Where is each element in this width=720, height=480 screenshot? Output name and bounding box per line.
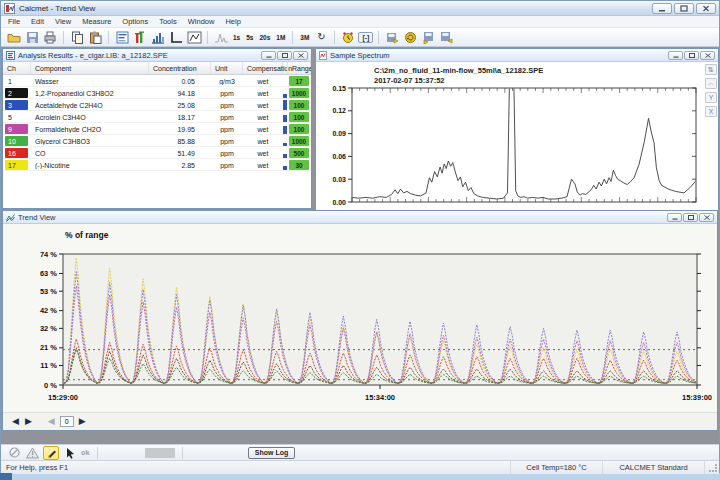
col-component[interactable]: Component <box>31 62 149 74</box>
analysis-table-row[interactable]: 17(-)-Nicotine2.85ppmwet30 <box>3 159 311 171</box>
title-bar[interactable]: Calcmet - Trend View <box>1 1 719 16</box>
analysis-table-row[interactable]: 9Formaldehyde CH2O19.95ppmwet100 <box>3 123 311 135</box>
spectrum-maximize-button[interactable] <box>684 51 699 60</box>
compensation-cell: wet <box>243 102 283 109</box>
show-log-button[interactable]: Show Log <box>248 447 295 459</box>
dismiss-alarm-icon[interactable] <box>7 446 21 459</box>
analysis-results-icon[interactable] <box>114 30 130 45</box>
menu-window[interactable]: Window <box>188 17 215 26</box>
col-concentration[interactable]: Concentration <box>149 62 211 74</box>
analysis-maximize-button[interactable] <box>277 51 292 60</box>
concentration-cell: 18.17 <box>149 114 211 121</box>
component-cell: Acrolein C3H4O <box>31 114 149 121</box>
analysis-results-icon-small <box>6 51 15 60</box>
zoom-x-button[interactable]: X <box>705 106 717 117</box>
compensation-cell: wet <box>243 90 283 97</box>
axes-icon[interactable] <box>168 30 184 45</box>
analysis-table-row[interactable]: 21,2-Propanediol C3H8O294.18ppmwet1000 <box>3 87 311 99</box>
interval-1s-button[interactable]: 1s <box>231 33 242 42</box>
spectrum-close-button[interactable] <box>700 51 715 60</box>
alarm-clock-icon[interactable] <box>340 30 356 45</box>
level-bar <box>283 123 288 135</box>
cursor-select-icon[interactable] <box>63 446 77 459</box>
marker-pen-button[interactable] <box>43 446 59 460</box>
trend-view-window: Trend View % of range 74 %63 %53 %42 %32… <box>2 210 718 431</box>
menu-file[interactable]: File <box>8 17 20 26</box>
continuous-measure-icon[interactable]: ↻ <box>313 30 329 45</box>
col-range[interactable]: Range <box>288 62 311 74</box>
unit-cell: ppm <box>211 162 243 169</box>
range-cell: 500 <box>288 147 311 159</box>
bracket-toggle-button[interactable]: [-] <box>358 32 373 43</box>
trend-next-page-button[interactable]: ▶ <box>24 417 33 426</box>
minimize-button[interactable] <box>652 3 672 14</box>
spectrum-view-icon[interactable] <box>213 30 229 45</box>
trend-close-button[interactable] <box>699 213 714 222</box>
auto-update-icon[interactable] <box>402 30 418 45</box>
analysis-minimize-button[interactable] <box>261 51 276 60</box>
svg-text:11 %: 11 % <box>40 361 57 370</box>
trend-step-back-button[interactable]: ◀ <box>47 417 56 426</box>
trend-chart-icon[interactable] <box>186 30 202 45</box>
warning-icon[interactable] <box>25 446 39 459</box>
trend-prev-page-button[interactable]: ◀ <box>11 417 20 426</box>
status-bar: For Help, press F1 Cell Temp≈180 °C CALC… <box>1 460 719 474</box>
menu-view[interactable]: View <box>55 17 71 26</box>
interval-20s-button[interactable]: 20s <box>257 33 272 42</box>
analysis-table-row[interactable]: 16CO51.49ppmwet500 <box>3 147 311 159</box>
sample-spectrum-content: C:\2m_no_fluid_11-min-flow_55ml\a_12182.… <box>316 62 718 210</box>
resize-grip[interactable] <box>705 461 719 474</box>
col-compensation[interactable]: Compensation <box>243 62 283 74</box>
trend-view-titlebar[interactable]: Trend View <box>3 211 717 224</box>
zoom-y-button[interactable]: Y <box>705 92 717 103</box>
trend-maximize-button[interactable] <box>683 213 698 222</box>
zoom-horizontal-button[interactable]: ⇔ <box>705 78 717 89</box>
trend-minimize-button[interactable] <box>667 213 682 222</box>
menu-options[interactable]: Options <box>122 17 148 26</box>
menu-help[interactable]: Help <box>225 17 240 26</box>
save-results-icon[interactable] <box>438 30 454 45</box>
analysis-results-titlebar[interactable]: Analysis Results - e_cigar.LIB: a_12182.… <box>3 49 311 62</box>
copy-icon[interactable] <box>69 30 85 45</box>
save-icon[interactable] <box>24 30 40 45</box>
menu-edit[interactable]: Edit <box>31 17 44 26</box>
analysis-table-row[interactable]: 5Acrolein C3H4O18.17ppmwet100 <box>3 111 311 123</box>
histogram-icon[interactable] <box>150 30 166 45</box>
compensation-cell: wet <box>243 126 283 133</box>
analysis-close-button[interactable] <box>293 51 308 60</box>
open-folder-icon[interactable] <box>6 30 22 45</box>
interval-3m-button[interactable]: 3M <box>298 33 311 42</box>
col-ch[interactable]: Ch <box>3 62 31 74</box>
level-bar <box>283 99 288 111</box>
paste-icon[interactable] <box>87 30 103 45</box>
zoom-vertical-button[interactable]: ⇅ <box>705 64 717 75</box>
sample-spectrum-titlebar[interactable]: Sample Spectrum <box>316 49 718 62</box>
svg-text:0.12: 0.12 <box>332 107 346 114</box>
bottombar-separator <box>97 447 98 459</box>
menu-measure[interactable]: Measure <box>82 17 111 26</box>
interval-1m-button[interactable]: 1M <box>274 33 287 42</box>
component-cell: Wasser <box>31 78 149 85</box>
concentration-cell: 2.85 <box>149 162 211 169</box>
close-button[interactable] <box>696 3 716 14</box>
analysis-table-row[interactable]: 3Acetaldehyde C2H4O25.08ppmwet100 <box>3 99 311 111</box>
components-bars-icon[interactable] <box>132 30 148 45</box>
svg-text:53 %: 53 % <box>40 287 57 296</box>
spectrum-minimize-button[interactable] <box>668 51 683 60</box>
unit-cell: ppm <box>211 138 243 145</box>
analysis-results-window: Analysis Results - e_cigar.LIB: a_12182.… <box>2 48 312 209</box>
menu-tools[interactable]: Tools <box>159 17 177 26</box>
interval-5s-button[interactable]: 5s <box>244 33 255 42</box>
range-cell: 100 <box>288 99 311 111</box>
svg-text:0.15: 0.15 <box>332 85 346 92</box>
col-unit[interactable]: Unit <box>211 62 243 74</box>
print-icon[interactable] <box>42 30 58 45</box>
trend-page-input[interactable] <box>60 416 74 427</box>
analysis-table-row[interactable]: 10Glycerol C3H8O385.88ppmwet1000 <box>3 135 311 147</box>
trend-step-forward-button[interactable]: ▶ <box>78 417 87 426</box>
analysis-table-row[interactable]: 1Wasser0.05g/m3wet17 <box>3 75 311 87</box>
save-library-icon[interactable] <box>384 30 400 45</box>
reload-library-icon[interactable] <box>420 30 436 45</box>
maximize-button[interactable] <box>674 3 694 14</box>
range-cell: 17 <box>288 75 311 87</box>
